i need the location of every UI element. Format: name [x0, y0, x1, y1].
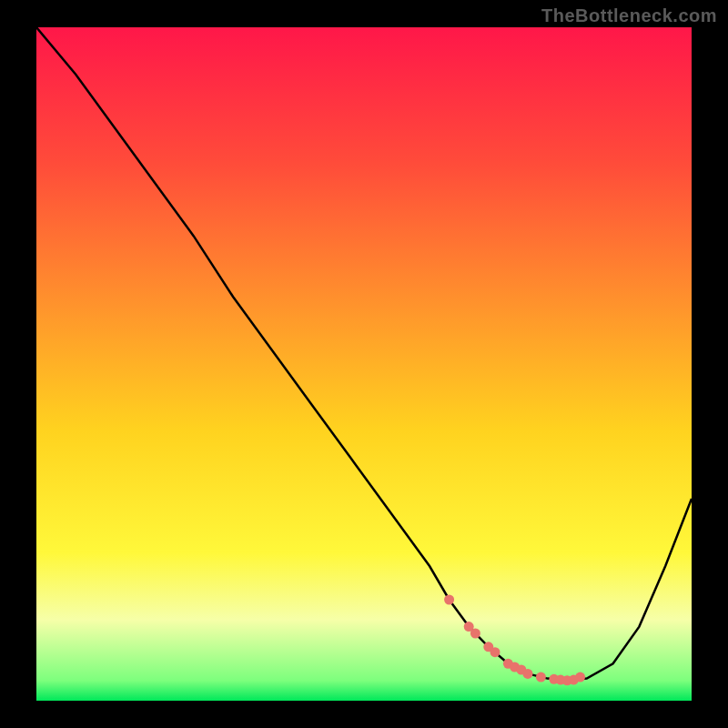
watermark-text: TheBottleneck.com: [541, 5, 717, 26]
marker-dot: [470, 629, 480, 639]
plot-area: [36, 27, 692, 701]
marker-dot: [523, 669, 533, 679]
chart-container: TheBottleneck.com: [0, 0, 728, 728]
chart-svg: [36, 27, 692, 701]
gradient-background: [36, 27, 692, 701]
marker-dot: [536, 672, 546, 682]
marker-dot: [575, 672, 585, 682]
marker-dot: [490, 647, 500, 657]
marker-dot: [444, 595, 454, 605]
